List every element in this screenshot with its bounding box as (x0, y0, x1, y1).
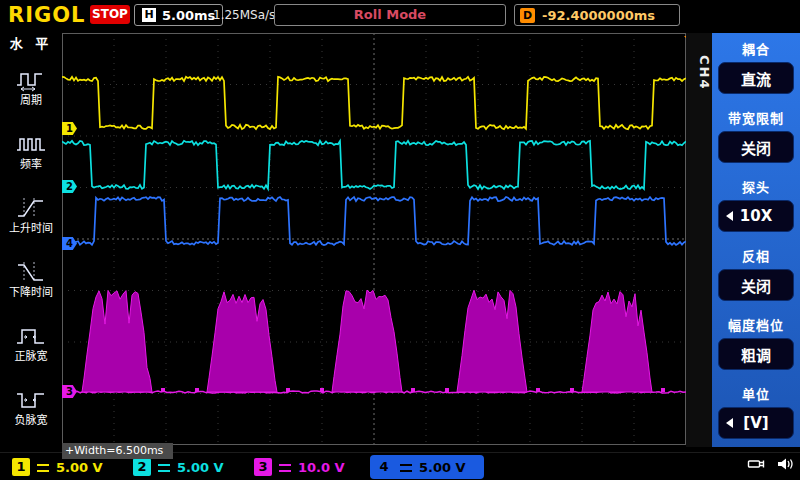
dc-coupling-icon (157, 462, 171, 472)
menu-group-header: 耦合 (712, 33, 800, 58)
pulse-width-readout: +Width=6.500ms (62, 443, 173, 459)
prev-option-arrow-icon (726, 211, 733, 221)
system-icons (747, 456, 794, 475)
measure-item-rise-time[interactable]: 上升时间 (0, 184, 62, 248)
delay-value: -92.4000000ms (542, 8, 655, 23)
coupling-value: 直流 (741, 68, 771, 89)
channel-menu: 耦合 直流 带宽限制 关闭 探头 10X 反相 关闭 幅度档位 粗调 单位 [V… (712, 33, 800, 447)
dc-coupling-icon (278, 462, 292, 472)
neg-pulse-width-icon (15, 388, 47, 412)
measure-item-pos-width[interactable]: 正脉宽 (0, 312, 62, 376)
menu-group-coupling: 耦合 直流 (712, 33, 800, 102)
unit-button[interactable]: [V] (718, 407, 794, 439)
invert-value: 关闭 (741, 275, 771, 296)
acquisition-mode: Roll Mode (274, 4, 506, 26)
bandwidth-limit-button[interactable]: 关闭 (718, 131, 794, 163)
measure-item-label: 负脉宽 (15, 415, 48, 427)
measure-item-period[interactable]: 周期 (0, 56, 62, 120)
channel-status-ch3[interactable]: 3 10.0 V (249, 455, 363, 479)
measure-item-label: 正脉宽 (15, 351, 48, 363)
volts-adjust-value: 粗调 (741, 344, 771, 365)
rise-time-icon (15, 196, 47, 220)
channel-number-badge: 1 (12, 458, 30, 476)
measure-item-fall-time[interactable]: 下降时间 (0, 248, 62, 312)
menu-group-header: 探头 (712, 171, 800, 196)
menu-channel-label: CH4 (686, 55, 712, 90)
menu-channel-strip: CH4 (686, 33, 712, 447)
delay-icon: D (520, 8, 535, 23)
menu-group-probe: 探头 10X (712, 171, 800, 240)
channel-scale: 10.0 V (298, 460, 345, 475)
speaker-icon (776, 456, 794, 475)
menu-group-invert: 反相 关闭 (712, 240, 800, 309)
h-icon: H (142, 8, 156, 22)
measure-item-neg-width[interactable]: 负脉宽 (0, 376, 62, 440)
measure-item-frequency[interactable]: 频率 (0, 120, 62, 184)
delay-box: D -92.4000000ms (514, 4, 680, 26)
measure-item-label: 上升时间 (9, 223, 53, 235)
channel-scale: 5.00 V (177, 460, 224, 475)
channel-scale: 5.00 V (56, 460, 103, 475)
menu-group-header: 单位 (712, 378, 800, 403)
oscilloscope-screen: RIGOL STOP H 5.00ms 1.25MSa/s Roll Mode … (0, 0, 800, 480)
run-state-badge: STOP (90, 5, 130, 24)
waveform-display (62, 33, 686, 445)
top-bar: RIGOL STOP H 5.00ms 1.25MSa/s Roll Mode … (0, 0, 800, 31)
measure-sidebar: 水 平 周期 频率 上升时间 (0, 32, 62, 452)
horizontal-timebase-box: H 5.00ms (134, 4, 223, 26)
channel-number-badge: 3 (254, 458, 272, 476)
probe-ratio-value: 10X (740, 207, 772, 225)
fall-time-icon (15, 260, 47, 284)
pos-pulse-width-icon (15, 324, 47, 348)
frequency-icon (15, 132, 47, 156)
invert-button[interactable]: 关闭 (718, 269, 794, 301)
usb-icon (747, 456, 767, 475)
channel-number-badge: 2 (133, 458, 151, 476)
menu-group-unit: 单位 [V] (712, 378, 800, 447)
menu-group-bandwidth: 带宽限制 关闭 (712, 102, 800, 171)
dc-coupling-icon (399, 462, 413, 472)
measure-sidebar-title: 水 平 (10, 32, 53, 56)
graticule: +Width=6.500ms 1243 (62, 33, 686, 445)
prev-option-arrow-icon (726, 418, 733, 428)
period-icon (15, 68, 47, 92)
measure-item-label: 频率 (20, 159, 42, 171)
menu-group-header: 带宽限制 (712, 102, 800, 127)
brand-logo: RIGOL (8, 3, 85, 27)
timebase-value: 5.00ms (162, 8, 215, 23)
unit-value: [V] (743, 414, 768, 432)
probe-ratio-button[interactable]: 10X (718, 200, 794, 232)
menu-group-header: 幅度档位 (712, 309, 800, 334)
channel-status-ch4[interactable]: 4 5.00 V (370, 455, 484, 479)
menu-group-volts-adjust: 幅度档位 粗调 (712, 309, 800, 378)
channel-scale: 5.00 V (419, 460, 466, 475)
sample-rate: 1.25MSa/s (213, 8, 275, 22)
bandwidth-limit-value: 关闭 (741, 137, 771, 158)
measure-item-label: 周期 (20, 95, 42, 107)
coupling-button[interactable]: 直流 (718, 62, 794, 94)
menu-group-header: 反相 (712, 240, 800, 265)
channel-number-badge: 4 (375, 458, 393, 476)
volts-adjust-button[interactable]: 粗调 (718, 338, 794, 370)
dc-coupling-icon (36, 462, 50, 472)
measure-item-label: 下降时间 (9, 287, 53, 299)
